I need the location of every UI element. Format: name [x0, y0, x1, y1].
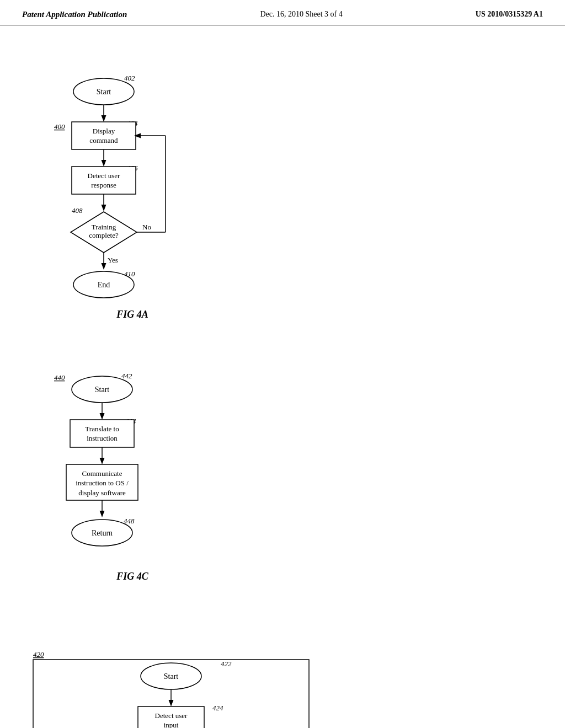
fig4a-detect-label2: response: [91, 181, 116, 189]
fig4a-yes-label: Yes: [108, 256, 118, 264]
left-column: 400 402 Start 404 Display command 406 De…: [17, 36, 248, 582]
header-left: Patent Application Publication: [22, 10, 127, 19]
fig4b-ref422: 422: [221, 660, 232, 668]
fig4b-ref420: 420: [33, 650, 44, 659]
fig4a-ref402: 402: [124, 74, 135, 82]
fig4c-translate-label2: instruction: [87, 434, 118, 442]
header-right: US 2010/0315329 A1: [476, 10, 543, 19]
fig4a-diamond-label2: complete?: [89, 231, 119, 239]
fig4a-no-label: No: [142, 223, 151, 231]
fig4a-detect-rect: [72, 167, 136, 194]
fig4c-start-label: Start: [95, 386, 110, 394]
fig4c-communicate-label2: instruction to OS /: [76, 479, 129, 487]
fig4a-detect-label1: Detect user: [88, 172, 121, 180]
header-center: Dec. 16, 2010 Sheet 3 of 4: [260, 10, 342, 19]
fig4c-translate-label1: Translate to: [85, 425, 119, 433]
fig4c-label: FIG 4C: [17, 571, 248, 582]
fig4c-svg: 440 442 Start 444 Translate to instructi…: [17, 337, 226, 569]
fig4a-ref408: 408: [72, 206, 83, 215]
fig4a-diamond-label1: Training: [92, 223, 116, 231]
fig4a-label: FIG 4A: [17, 309, 248, 320]
right-column: 420 422 Start 424 Detect user input 426: [17, 582, 337, 728]
fig4b-detect-label1: Detect user: [155, 711, 188, 720]
fig4a-display-label2: command: [89, 136, 118, 144]
fig4b-diagram: 420 422 Start 424 Detect user input 426: [17, 582, 337, 728]
page-header: Patent Application Publication Dec. 16, …: [0, 0, 565, 25]
fig4c-communicate-label1: Communicate: [82, 469, 122, 478]
fig4a-end-label: End: [98, 281, 110, 289]
fig4a-diagram: 400 402 Start 404 Display command 406 De…: [17, 36, 248, 320]
fig4c-ref442: 442: [121, 372, 132, 380]
fig4a-start-label: Start: [97, 88, 111, 96]
fig4c-communicate-label3: display software: [78, 489, 126, 497]
fig4b-ref424: 424: [212, 704, 223, 712]
fig4b-start-label: Start: [164, 672, 179, 681]
fig4b-svg: 420 422 Start 424 Detect user input 426: [17, 582, 326, 728]
fig4a-display-label1: Display: [93, 127, 115, 135]
fig4c-translate-rect: [70, 420, 134, 447]
main-content: 400 402 Start 404 Display command 406 De…: [0, 25, 565, 728]
fig4c-ref440: 440: [54, 373, 65, 382]
fig4c-diagram: 440 442 Start 444 Translate to instructi…: [17, 337, 248, 582]
fig4c-return-label: Return: [92, 529, 113, 537]
fig4a-display-rect: [72, 122, 136, 149]
fig4a-svg: 400 402 Start 404 Display command 406 De…: [17, 36, 226, 307]
fig4a-ref400: 400: [54, 122, 65, 131]
fig4b-detect-label2: input: [164, 721, 179, 728]
